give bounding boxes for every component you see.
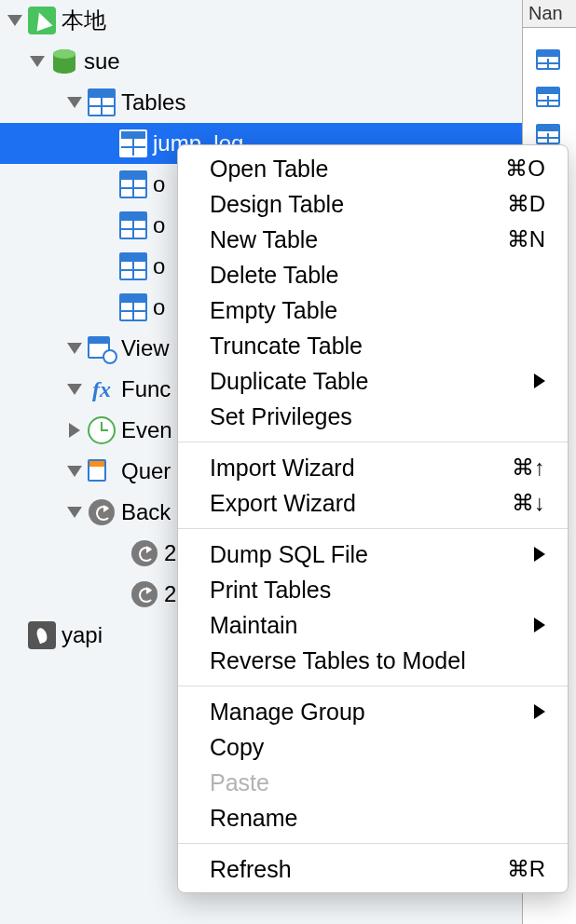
right-panel-header[interactable]: Nan (523, 0, 576, 28)
menu-label: Dump SQL File (210, 541, 368, 568)
event-icon (88, 416, 116, 444)
menu-open-table[interactable]: Open Table ⌘O (178, 151, 568, 186)
query-icon (88, 457, 116, 485)
table-icon (536, 49, 560, 70)
menu-design-table[interactable]: Design Table ⌘D (178, 186, 568, 222)
menu-truncate-table[interactable]: Truncate Table (178, 328, 568, 363)
menu-label: Copy (210, 734, 264, 761)
view-icon (88, 334, 116, 362)
menu-label: Paste (210, 769, 269, 796)
menu-export-wizard[interactable]: Export Wizard ⌘↓ (178, 485, 568, 521)
tree-database-sue[interactable]: sue (0, 41, 522, 82)
tree-label: Even (121, 417, 172, 443)
table-icon (119, 211, 147, 239)
menu-rename[interactable]: Rename (178, 800, 568, 836)
menu-reverse-tables-to-model[interactable]: Reverse Tables to Model (178, 643, 568, 678)
menu-label: Empty Table (210, 297, 337, 324)
backup-icon (88, 498, 116, 526)
menu-refresh[interactable]: Refresh ⌘R (178, 851, 568, 887)
table-icon (119, 293, 147, 321)
column-header-name: Nan (528, 3, 563, 24)
tree-label: Tables (121, 89, 185, 116)
menu-separator (178, 843, 568, 844)
menu-label: Import Wizard (210, 455, 355, 482)
tree-group-tables[interactable]: Tables (0, 82, 522, 123)
menu-new-table[interactable]: New Table ⌘N (178, 222, 568, 257)
function-icon: fx (88, 375, 116, 403)
menu-label: New Table (210, 226, 318, 253)
tree-connection-local[interactable]: 本地 (0, 0, 522, 41)
menu-label: Refresh (210, 856, 292, 883)
submenu-arrow-icon (534, 547, 545, 562)
tree-label: View (121, 335, 170, 361)
backup-icon (130, 539, 158, 567)
submenu-arrow-icon (534, 374, 545, 388)
tree-label: 2 (164, 581, 176, 607)
table-icon (536, 124, 560, 144)
connection-icon (28, 7, 56, 34)
submenu-arrow-icon (534, 618, 545, 632)
chevron-down-icon[interactable] (6, 11, 24, 30)
menu-set-privileges[interactable]: Set Privileges (178, 399, 568, 434)
menu-import-wizard[interactable]: Import Wizard ⌘↑ (178, 450, 568, 485)
table-icon (119, 170, 147, 198)
menu-print-tables[interactable]: Print Tables (178, 572, 568, 607)
tree-label: o (153, 294, 165, 320)
table-icon (119, 252, 147, 280)
menu-separator (178, 528, 568, 529)
chevron-down-icon[interactable] (65, 93, 84, 112)
menu-delete-table[interactable]: Delete Table (178, 257, 568, 292)
menu-paste: Paste (178, 765, 568, 800)
menu-label: Rename (210, 805, 298, 832)
table-icon (119, 129, 147, 157)
menu-copy[interactable]: Copy (178, 729, 568, 765)
menu-manage-group[interactable]: Manage Group (178, 694, 568, 729)
menu-label: Set Privileges (210, 403, 352, 430)
menu-duplicate-table[interactable]: Duplicate Table (178, 363, 568, 399)
table-icon (536, 87, 560, 107)
chevron-down-icon[interactable] (28, 52, 47, 71)
menu-label: Truncate Table (210, 333, 363, 360)
list-item[interactable] (523, 41, 576, 78)
tree-label: o (153, 171, 165, 197)
svg-point-1 (53, 49, 75, 59)
tree-label: Back (121, 499, 171, 525)
menu-maintain[interactable]: Maintain (178, 607, 568, 643)
menu-label: Export Wizard (210, 490, 356, 517)
menu-label: Duplicate Table (210, 368, 368, 395)
tree-label: Func (121, 376, 171, 402)
leaf-icon (28, 621, 56, 649)
menu-label: Delete Table (210, 262, 339, 289)
menu-shortcut: ⌘↑ (512, 455, 545, 481)
menu-shortcut: ⌘R (507, 856, 545, 882)
menu-shortcut: ⌘N (507, 226, 545, 252)
tree-label: o (153, 253, 165, 279)
menu-shortcut: ⌘↓ (512, 490, 545, 516)
menu-label: Print Tables (210, 577, 331, 604)
submenu-arrow-icon (534, 704, 545, 719)
context-menu: Open Table ⌘O Design Table ⌘D New Table … (177, 144, 569, 893)
tree-label: yapi (62, 622, 103, 648)
chevron-down-icon[interactable] (65, 462, 84, 481)
tree-label: 本地 (62, 6, 106, 35)
tree-label: sue (84, 48, 120, 75)
backup-icon (130, 580, 158, 608)
menu-label: Design Table (210, 191, 344, 218)
menu-label: Open Table (210, 156, 328, 183)
menu-separator (178, 442, 568, 442)
menu-dump-sql-file[interactable]: Dump SQL File (178, 537, 568, 572)
menu-shortcut: ⌘O (505, 156, 545, 182)
database-icon (50, 48, 78, 75)
table-icon (88, 88, 116, 116)
tree-label: Quer (121, 458, 171, 484)
menu-separator (178, 686, 568, 686)
menu-empty-table[interactable]: Empty Table (178, 292, 568, 328)
menu-shortcut: ⌘D (507, 191, 545, 217)
chevron-down-icon[interactable] (65, 339, 84, 358)
menu-label: Manage Group (210, 699, 365, 726)
chevron-right-icon[interactable] (65, 421, 84, 440)
chevron-down-icon[interactable] (65, 503, 84, 522)
menu-label: Reverse Tables to Model (210, 647, 466, 674)
list-item[interactable] (523, 78, 576, 116)
chevron-down-icon[interactable] (65, 380, 84, 399)
